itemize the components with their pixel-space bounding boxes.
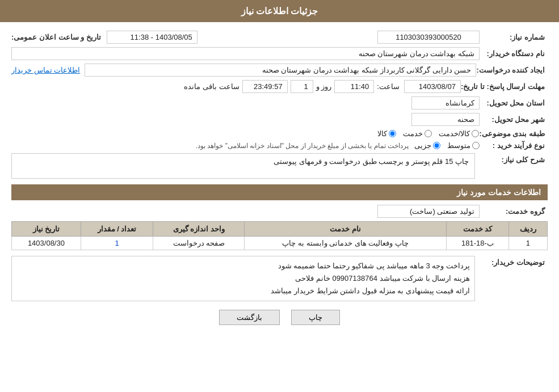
group-label: گروه خدمت:	[480, 207, 548, 216]
col-radif: ردیف	[508, 222, 547, 237]
radio-motavasset[interactable]	[472, 142, 480, 149]
group-value: تولید صنعتی (ساخت)	[377, 205, 480, 218]
cell-count: 1	[81, 237, 153, 250]
services-table: ردیف کد خدمت نام خدمت واحد اندازه گیری ت…	[11, 221, 548, 250]
cell-code: ب-18-181	[447, 237, 509, 250]
tarikh-group: 1403/08/05 - 11:38 تاریخ و ساعت اعلان عم…	[11, 31, 197, 44]
tawzihat-label: توضیحات خریدار:	[480, 256, 548, 267]
creator-value: حسن دارایی گرگلانی کاربرداز شبکه بهداشت …	[85, 64, 476, 77]
radio-jozyi-label: جزیی	[414, 141, 431, 150]
farayand-label: نوع فرآیند خرید :	[480, 141, 548, 150]
back-button[interactable]: بازگشت	[219, 310, 280, 325]
radio-jozyi[interactable]	[433, 142, 440, 149]
nam-dasgah-row: نام دستگاه خریدار: شبکه بهداشت درمان شهر…	[11, 47, 548, 60]
tabaghe-radios: کالا/خدمت خدمت کالا	[377, 129, 480, 138]
mohlat-date: 1403/08/07	[404, 80, 461, 93]
shomare-niaz-label: شماره نیاز:	[480, 33, 548, 41]
ostan-value: کرمانشاه	[411, 96, 480, 109]
col-unit: واحد اندازه گیری	[153, 222, 245, 237]
shomare-niaz-value: 1103030393000520	[377, 31, 480, 44]
radio-kala-item: کالا	[377, 129, 396, 138]
mohlat-label: مهلت ارسال پاسخ: تا تاریخ:	[461, 82, 548, 91]
bottom-buttons: چاپ بازگشت	[11, 310, 548, 334]
farayand-radios: متوسط جزیی	[414, 141, 480, 150]
page-title: جزئیات اطلاعات نیاز	[241, 6, 318, 16]
nam-dasgah-label: نام دستگاه خریدار:	[480, 49, 548, 58]
saat-bagi-label: ساعت باقی مانده	[184, 82, 239, 91]
farayand-note: پرداخت تمام یا بخشی از مبلغ خریدار از مح…	[196, 142, 409, 150]
col-name: نام خدمت	[245, 222, 447, 237]
khadamat-section-title: اطلاعات خدمات مورد نیاز	[457, 188, 541, 197]
table-header: ردیف کد خدمت نام خدمت واحد اندازه گیری ت…	[12, 222, 548, 237]
radio-khadamat-item: خدمت	[403, 129, 432, 138]
table-row: 1 ب-18-181 چاپ وفعالیت های خدماتی وابسته…	[12, 237, 548, 250]
sharh-label: شرح کلی نیاز:	[480, 153, 548, 164]
col-count: تعداد / مقدار	[81, 222, 153, 237]
creator-link[interactable]: اطلاعات تماس خریدار	[11, 66, 80, 74]
radio-kala[interactable]	[389, 130, 396, 137]
rooz-label: روز و	[316, 82, 332, 91]
nam-dasgah-value: شبکه بهداشت درمان شهرستان صحنه	[11, 47, 480, 60]
radio-kala-label: کالا	[377, 129, 387, 138]
sharh-row: شرح کلی نیاز: چاپ 15 قلم پوستر و برچسب ط…	[11, 153, 548, 179]
shahr-value: صحنه	[411, 113, 480, 126]
cell-date: 1403/08/30	[12, 237, 81, 250]
farayand-row: نوع فرآیند خرید : متوسط جزیی پرداخت تمام…	[11, 141, 548, 150]
cell-unit: صفحه درخواست	[153, 237, 245, 250]
shahr-label: شهر محل تحویل:	[480, 115, 548, 124]
page-wrapper: جزئیات اطلاعات نیاز شماره نیاز: 11030303…	[0, 0, 559, 392]
radio-khadamat-label: خدمت	[403, 129, 423, 138]
sharh-value: چاپ 15 قلم پوستر و برچسب طبق درخواست و ف…	[11, 153, 475, 179]
tawzihat-row: توضیحات خریدار: پرداخت وجه 3 ماهه میباشد…	[11, 256, 548, 301]
radio-kala-khadamat-label: کالا/خدمت	[439, 129, 470, 138]
tabaghe-label: طبقه بندی موضوعی:	[479, 129, 548, 138]
content-area: شماره نیاز: 1103030393000520 1403/08/05 …	[0, 22, 559, 342]
time-label: ساعت:	[377, 82, 400, 91]
group-row: گروه خدمت: تولید صنعتی (ساخت)	[11, 205, 548, 218]
radio-khadamat[interactable]	[424, 130, 432, 137]
col-code: کد خدمت	[447, 222, 509, 237]
creator-label: ایجاد کننده درخواست:	[476, 66, 548, 74]
mohlat-row: مهلت ارسال پاسخ: تا تاریخ: 1403/08/07 سا…	[11, 80, 548, 93]
radio-kala-khadamat[interactable]	[472, 130, 479, 137]
ostan-row: استان محل تحویل: کرمانشاه	[11, 96, 548, 109]
radio-motavasset-item: متوسط	[447, 141, 480, 150]
tawzihat-line2: هزینه ارسال با شرکت میباشد 09907138764 خ…	[16, 272, 470, 285]
shahr-row: شهر محل تحویل: صحنه	[11, 113, 548, 126]
radio-jozyi-item: جزیی	[414, 141, 440, 150]
rooz-value: 1	[291, 80, 313, 93]
radio-kala-khadamat-item: کالا/خدمت	[439, 129, 480, 138]
countdown-value: 23:49:57	[242, 80, 288, 93]
time-value: 11:40	[334, 80, 374, 93]
page-header: جزئیات اطلاعات نیاز	[0, 0, 559, 22]
radio-motavasset-label: متوسط	[447, 141, 470, 150]
ostan-label: استان محل تحویل:	[480, 99, 548, 107]
tawzihat-line3: ارائه قیمت پیشنهادی به منزله قبول داشتن …	[16, 285, 470, 297]
table-body: 1 ب-18-181 چاپ وفعالیت های خدماتی وابسته…	[12, 237, 548, 250]
tawzihat-line1: پرداخت وجه 3 ماهه میباشد پی شفاکیو رحتما…	[16, 260, 470, 272]
shomare-niaz-row: شماره نیاز: 1103030393000520 1403/08/05 …	[11, 31, 548, 44]
cell-name: چاپ وفعالیت های خدماتی وابسته به چاپ	[245, 237, 447, 250]
col-date: تاریخ نیاز	[12, 222, 81, 237]
tarikh-label: تاریخ و ساعت اعلان عمومی:	[11, 33, 104, 41]
tarikh-value: 1403/08/05 - 11:38	[107, 31, 197, 44]
tawzihat-box: پرداخت وجه 3 ماهه میباشد پی شفاکیو رحتما…	[11, 256, 475, 301]
cell-radif: 1	[508, 237, 547, 250]
tabaghe-row: طبقه بندی موضوعی: کالا/خدمت خدمت کالا	[11, 129, 548, 138]
print-button[interactable]: چاپ	[291, 310, 340, 325]
creator-row: ایجاد کننده درخواست: حسن دارایی گرگلانی …	[11, 64, 548, 77]
khadamat-section-header: اطلاعات خدمات مورد نیاز	[11, 184, 548, 200]
